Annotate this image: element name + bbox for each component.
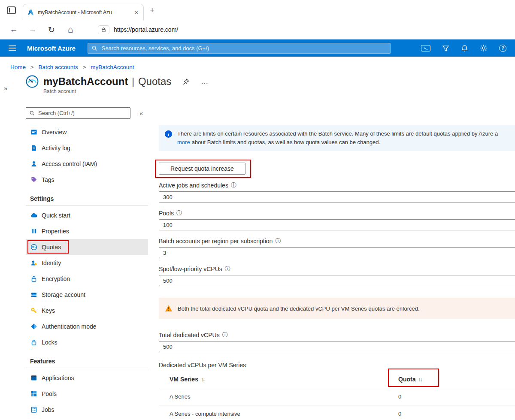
learn-more-link[interactable]: more	[177, 139, 190, 145]
hamburger-menu-icon[interactable]	[9, 45, 16, 51]
vm-series-table: VM Series↑↓ Quota↑↓ A Series 0 A Series …	[159, 371, 515, 420]
sidebar-item-activity-log[interactable]: Activity log	[26, 140, 148, 156]
page-header: myBatchAccount | Quotas … Batch account	[26, 75, 515, 94]
info-circle-icon[interactable]: ⓘ	[225, 265, 230, 273]
sidebar-item-label: Overview	[42, 129, 67, 136]
sidebar-item-encryption[interactable]: Encryption	[26, 271, 148, 287]
lock-icon	[101, 27, 106, 33]
tab-title: myBatchAccount - Microsoft Azu	[38, 9, 130, 15]
sidebar-item-storage-account[interactable]: Storage account	[26, 287, 148, 302]
table-row[interactable]: A Series - compute intensive 0	[159, 405, 515, 420]
portal-menu-expand-icon[interactable]: »	[4, 85, 7, 92]
sidebar-item-properties[interactable]: Properties	[26, 223, 148, 239]
storage-account-icon	[30, 291, 37, 298]
encryption-lock-icon	[30, 275, 37, 282]
field-label-text: Spot/low-priority vCPUs	[159, 266, 222, 272]
warning-icon	[165, 305, 173, 312]
column-header-quota[interactable]: Quota↑↓	[398, 371, 421, 388]
batch-accounts-input[interactable]	[159, 247, 515, 258]
request-quota-increase-button[interactable]: Request quota increase	[159, 163, 245, 175]
info-banner-text: There are limits on certain resources as…	[177, 130, 498, 138]
url-text[interactable]: https://portal.azure.com/	[114, 26, 178, 33]
table-row[interactable]: A Series 0	[159, 388, 515, 405]
access-control-icon	[30, 160, 37, 167]
sidebar-item-quotas[interactable]: Quotas	[26, 239, 148, 255]
breadcrumb-batch-accounts[interactable]: Batch accounts	[38, 64, 78, 70]
sidebar-item-pools[interactable]: Pools	[26, 386, 148, 402]
azure-favicon	[27, 9, 34, 15]
home-icon[interactable]: ⌂	[65, 24, 76, 35]
column-header-label: Quota	[398, 376, 415, 383]
breadcrumb-home[interactable]: Home	[10, 64, 26, 70]
column-header-vm-series[interactable]: VM Series↑↓	[159, 371, 398, 388]
sidebar-item-label: Quick start	[42, 212, 70, 219]
tab-close-icon[interactable]: ×	[133, 9, 139, 15]
sidebar-item-jobs[interactable]: Jobs	[26, 402, 148, 417]
global-search-input[interactable]	[101, 45, 387, 52]
sidebar-item-label: Activity log	[42, 145, 70, 151]
browser-tab-strip: myBatchAccount - Microsoft Azu × +	[0, 0, 515, 20]
sidebar-item-quick-start[interactable]: Quick start	[26, 207, 148, 223]
field-label-text: Pools	[159, 210, 174, 217]
cloud-shell-icon[interactable]: >_	[421, 45, 430, 51]
page-title-account: myBatchAccount	[43, 76, 128, 87]
quotas-icon	[30, 243, 37, 251]
tags-icon	[30, 176, 37, 183]
sidebar-item-locks[interactable]: Locks	[26, 334, 148, 350]
sidebar-item-overview[interactable]: Overview	[26, 124, 148, 140]
notifications-bell-icon[interactable]	[461, 45, 468, 52]
sidebar-item-label: Keys	[42, 307, 55, 314]
sidebar-item-label: Storage account	[42, 291, 85, 298]
site-info-button[interactable]	[98, 25, 109, 34]
field-label-spot-vcpus: Spot/low-priority vCPUs ⓘ	[159, 265, 515, 272]
sidebar-item-access-control[interactable]: Access control (IAM)	[26, 156, 148, 172]
azure-brand[interactable]: Microsoft Azure	[27, 45, 76, 52]
sidebar-item-label: Quotas	[42, 244, 61, 251]
new-tab-button[interactable]: +	[150, 6, 154, 15]
spot-vcpus-input[interactable]	[159, 275, 515, 286]
global-search-box[interactable]	[88, 43, 391, 54]
active-jobs-input[interactable]	[159, 191, 515, 202]
sidebar-item-applications[interactable]: Applications	[26, 370, 148, 386]
info-circle-icon[interactable]: ⓘ	[231, 181, 236, 189]
more-actions-icon[interactable]: …	[201, 77, 209, 86]
pin-icon[interactable]	[183, 79, 189, 85]
identity-icon	[30, 259, 37, 266]
sort-arrows-icon: ↑↓	[418, 377, 421, 383]
tab-layout-icon[interactable]	[7, 6, 16, 14]
resource-menu: « Overview Activity log Access control (…	[26, 107, 148, 417]
applications-icon	[30, 374, 37, 381]
sort-arrows-icon: ↑↓	[201, 377, 204, 383]
breadcrumb-separator: >	[30, 64, 34, 70]
info-circle-icon[interactable]: ⓘ	[222, 331, 228, 339]
warning-banner-text: Both the total dedicated vCPU quota and …	[178, 305, 420, 312]
sidebar-section-settings: Settings	[26, 192, 148, 205]
sidebar-item-label: Authentication mode	[42, 323, 97, 330]
keys-icon	[30, 307, 37, 314]
sidebar-item-label: Applications	[42, 375, 74, 381]
info-circle-icon[interactable]: ⓘ	[176, 209, 182, 217]
breadcrumb-current[interactable]: myBatchAccount	[91, 64, 134, 70]
sidebar-search-input[interactable]	[37, 109, 127, 117]
help-icon[interactable]: ?	[499, 45, 506, 52]
refresh-icon[interactable]: ↻	[46, 25, 57, 35]
sidebar-item-tags[interactable]: Tags	[26, 172, 148, 187]
sidebar-collapse-icon[interactable]: «	[139, 110, 143, 117]
sidebar-item-label: Pools	[42, 390, 57, 397]
sidebar-item-label: Locks	[42, 339, 58, 346]
back-icon[interactable]: ←	[9, 25, 19, 34]
sidebar-item-identity[interactable]: Identity	[26, 255, 148, 271]
page-title: myBatchAccount | Quotas	[43, 76, 171, 88]
browser-tab[interactable]: myBatchAccount - Microsoft Azu ×	[23, 4, 144, 20]
settings-gear-icon[interactable]	[480, 44, 488, 52]
sidebar-item-keys[interactable]: Keys	[26, 302, 148, 318]
sidebar-item-authentication-mode[interactable]: Authentication mode	[26, 318, 148, 334]
overview-icon	[30, 128, 37, 136]
total-vcpus-input[interactable]	[159, 341, 515, 352]
directory-filter-icon[interactable]	[442, 45, 449, 52]
sidebar-search-box[interactable]	[26, 107, 130, 119]
batch-account-gauge-icon	[26, 75, 39, 88]
pools-input[interactable]	[159, 219, 515, 230]
quick-start-icon	[30, 212, 37, 219]
info-circle-icon[interactable]: ⓘ	[275, 237, 281, 245]
